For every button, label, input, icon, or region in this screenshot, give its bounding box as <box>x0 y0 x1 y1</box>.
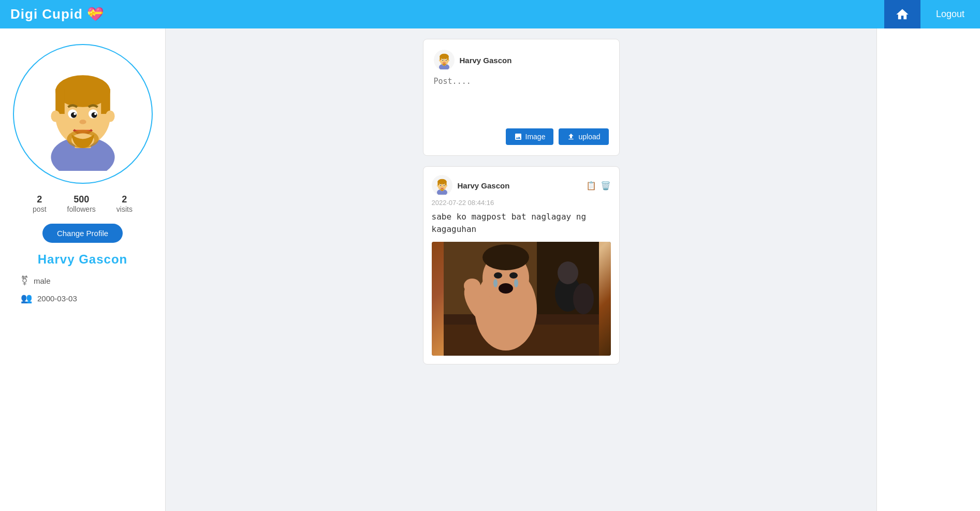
svg-point-51 <box>509 272 518 279</box>
avatar-image <box>26 57 140 171</box>
visits-label: visits <box>116 205 133 213</box>
birthdate-info: 👥 2000-03-03 <box>21 293 155 304</box>
svg-point-50 <box>494 272 502 279</box>
image-button[interactable]: Image <box>506 128 554 145</box>
post-text: sabe ko magpost bat naglagay ng kagaguha… <box>432 211 611 236</box>
post-box-avatar-img <box>435 51 454 69</box>
svg-point-14 <box>79 120 86 124</box>
svg-point-24 <box>448 60 449 62</box>
svg-point-59 <box>573 283 594 314</box>
header: Digi Cupid 💝 Logout <box>0 0 980 28</box>
feed-post: Harvy Gascon 📋 🗑️ 2022-07-22 08:44:16 sa… <box>423 166 620 364</box>
gender-icon: ⚧ <box>21 275 28 286</box>
logout-button[interactable]: Logout <box>920 0 980 28</box>
delete-icon[interactable]: 🗑️ <box>601 181 611 191</box>
post-image <box>432 242 611 356</box>
stat-visits: 2 visits <box>116 194 133 213</box>
avatar <box>13 44 153 184</box>
main-layout: 2 post 500 followers 2 visits Change Pro… <box>0 28 980 511</box>
visits-count: 2 <box>122 194 127 205</box>
change-profile-button[interactable]: Change Profile <box>42 224 123 243</box>
svg-rect-21 <box>440 56 441 60</box>
header-right: Logout <box>884 0 980 28</box>
followers-label: followers <box>67 205 96 213</box>
svg-point-36 <box>436 185 438 187</box>
post-count: 2 <box>37 194 42 205</box>
svg-rect-35 <box>445 181 446 185</box>
svg-point-52 <box>499 283 513 294</box>
post-textarea[interactable] <box>434 77 609 118</box>
sidebar-user-name: Harvy Gascon <box>38 252 127 267</box>
svg-point-23 <box>438 60 440 62</box>
post-box: Harvy Gascon Image upload <box>423 39 620 156</box>
right-panel <box>876 28 980 511</box>
image-icon <box>514 133 522 141</box>
stat-followers: 500 followers <box>67 194 96 213</box>
svg-point-56 <box>464 279 480 293</box>
svg-point-7 <box>106 110 115 122</box>
post-box-avatar <box>434 50 455 70</box>
svg-point-29 <box>443 61 444 62</box>
user-info: ⚧ male 👥 2000-03-03 <box>10 275 155 310</box>
app-title: Digi Cupid 💝 <box>10 6 104 22</box>
svg-point-37 <box>446 185 447 187</box>
post-actions: Image upload <box>434 128 609 145</box>
upload-button[interactable]: upload <box>559 128 608 145</box>
meme-svg <box>432 242 611 356</box>
main-content: Harvy Gascon Image upload <box>166 28 876 511</box>
svg-point-42 <box>441 186 442 187</box>
meme-image <box>432 242 611 356</box>
feed-post-header: Harvy Gascon 📋 🗑️ <box>432 175 611 196</box>
gender-info: ⚧ male <box>21 275 155 286</box>
birthdate-value: 2000-03-03 <box>37 294 77 303</box>
svg-point-12 <box>74 113 76 115</box>
post-timestamp: 2022-07-22 08:44:16 <box>432 199 611 207</box>
followers-count: 500 <box>74 194 89 205</box>
svg-point-49 <box>482 244 529 270</box>
stat-post: 2 post <box>33 194 46 213</box>
feed-post-username: Harvy Gascon <box>458 181 510 190</box>
svg-point-10 <box>70 112 76 118</box>
upload-icon <box>567 133 575 141</box>
svg-point-11 <box>91 112 97 118</box>
feed-post-avatar-img <box>433 176 451 195</box>
feed-post-user: Harvy Gascon <box>432 175 510 196</box>
stats-row: 2 post 500 followers 2 visits <box>33 194 133 213</box>
svg-point-40 <box>440 185 441 186</box>
post-box-username: Harvy Gascon <box>460 56 512 65</box>
svg-point-54 <box>514 279 518 287</box>
svg-point-27 <box>442 60 443 61</box>
edit-icon[interactable]: 📋 <box>586 181 596 191</box>
svg-point-53 <box>493 279 498 287</box>
gender-value: male <box>34 276 51 285</box>
svg-point-13 <box>94 113 96 115</box>
home-button[interactable] <box>884 0 920 28</box>
feed-post-action-buttons: 📋 🗑️ <box>586 181 611 191</box>
svg-rect-5 <box>101 89 110 114</box>
post-box-header: Harvy Gascon <box>434 50 609 70</box>
home-icon <box>895 7 910 22</box>
svg-point-41 <box>443 185 444 186</box>
svg-point-58 <box>558 261 578 284</box>
svg-point-28 <box>445 60 446 61</box>
post-label: post <box>33 205 46 213</box>
svg-point-6 <box>51 110 60 122</box>
svg-rect-22 <box>447 56 448 60</box>
feed-post-avatar <box>432 175 452 196</box>
svg-rect-34 <box>437 181 439 185</box>
sidebar: 2 post 500 followers 2 visits Change Pro… <box>0 28 166 511</box>
svg-rect-4 <box>55 89 65 114</box>
birthdate-icon: 👥 <box>21 293 32 304</box>
